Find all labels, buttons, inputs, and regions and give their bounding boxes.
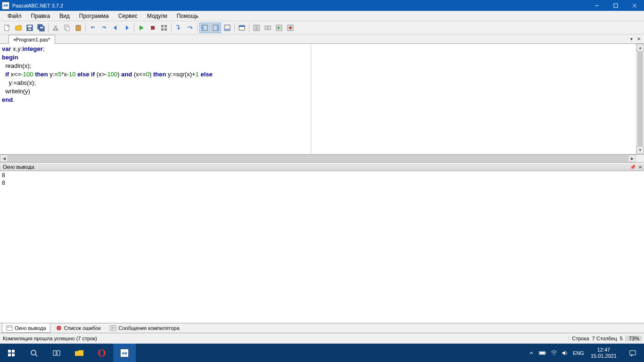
pin-icon[interactable]: 📌 <box>629 163 636 171</box>
save-button[interactable] <box>25 23 35 33</box>
code-content: var x,y:integer; begin readln(x); if x<=… <box>0 44 636 105</box>
svg-rect-63 <box>57 351 60 355</box>
svg-rect-40 <box>254 25 256 31</box>
svg-rect-71 <box>630 351 636 355</box>
svg-point-69 <box>553 354 554 355</box>
open-file-button[interactable] <box>13 23 24 33</box>
panel-toggle-3[interactable] <box>222 23 232 33</box>
menu-edit[interactable]: Правка <box>26 12 55 20</box>
code-editor[interactable]: var x,y:integer; begin readln(x); if x<=… <box>0 44 636 154</box>
svg-rect-67 <box>545 353 546 354</box>
battery-icon[interactable] <box>539 349 546 357</box>
copy-button[interactable] <box>62 23 72 33</box>
minimize-button[interactable] <box>587 0 606 11</box>
close-panel-icon[interactable]: ✕ <box>636 163 644 171</box>
bottom-tab-errors[interactable]: ! Список ошибок <box>51 323 105 333</box>
nav-back-button[interactable] <box>110 23 121 33</box>
undo-button[interactable] <box>88 23 98 33</box>
volume-icon[interactable] <box>561 349 569 357</box>
panel-toggle-2[interactable] <box>211 23 221 33</box>
scroll-up-icon[interactable]: ▲ <box>636 44 644 52</box>
system-tray: ENG 12:47 15.01.2021 <box>528 344 644 362</box>
svg-rect-1 <box>614 4 618 8</box>
tool-b-button[interactable] <box>263 23 273 33</box>
title-bar: AB PascalABC.NET 3.7.2 <box>0 0 644 11</box>
menu-help[interactable]: Помощь <box>172 12 203 20</box>
svg-rect-37 <box>224 29 230 31</box>
clock-time: 12:47 <box>591 347 617 353</box>
tool-d-button[interactable] <box>285 23 296 33</box>
start-button[interactable] <box>0 344 23 362</box>
paste-button[interactable] <box>73 23 83 33</box>
wifi-icon[interactable] <box>550 349 558 357</box>
svg-rect-35 <box>217 25 219 31</box>
tab-dropdown-icon[interactable]: ▾ <box>628 35 635 42</box>
svg-marker-70 <box>562 351 565 355</box>
menu-modules[interactable]: Модули <box>142 12 172 20</box>
svg-rect-58 <box>8 354 11 356</box>
taskbar-app-pascalabc[interactable]: AB <box>113 344 136 362</box>
svg-rect-26 <box>161 25 164 27</box>
editor-tab-strip: •Program1.pas* ▾ ✕ <box>0 34 644 44</box>
taskbar-app-explorer[interactable] <box>68 344 91 362</box>
new-file-button[interactable] <box>2 23 12 33</box>
close-button[interactable] <box>625 0 644 11</box>
bottom-tab-label: Список ошибок <box>64 325 101 331</box>
status-zoom[interactable]: 73% <box>626 336 642 341</box>
language-indicator[interactable]: ENG <box>573 350 584 356</box>
editor-horizontal-scrollbar[interactable]: ◀ ▶ <box>0 155 644 163</box>
redo-button[interactable] <box>99 23 109 33</box>
bottom-tab-compiler[interactable]: Сообщения компилятора <box>106 323 183 333</box>
svg-rect-7 <box>28 25 32 27</box>
svg-marker-30 <box>177 28 180 30</box>
scroll-left-icon[interactable]: ◀ <box>0 155 8 162</box>
compile-button[interactable] <box>159 23 169 33</box>
bottom-tab-label: Сообщения компилятора <box>118 325 179 331</box>
step-over-button[interactable] <box>185 23 195 33</box>
maximize-button[interactable] <box>606 0 625 11</box>
svg-rect-27 <box>165 25 167 27</box>
compiler-tab-icon <box>110 325 116 331</box>
panel-toggle-1[interactable] <box>199 23 210 33</box>
nav-forward-button[interactable] <box>122 23 132 33</box>
search-button[interactable] <box>23 344 45 362</box>
svg-point-60 <box>31 350 36 355</box>
tray-chevron-icon[interactable] <box>528 349 535 357</box>
bottom-tab-strip: Окно вывода ! Список ошибок Сообщения ко… <box>0 323 644 333</box>
toolbar <box>0 21 644 34</box>
status-bar: Компиляция прошла успешно (7 строк) Стро… <box>0 333 644 344</box>
app-icon: AB <box>2 2 9 9</box>
bottom-tab-output[interactable]: Окно вывода <box>2 323 50 333</box>
scroll-down-icon[interactable]: ▼ <box>636 146 644 154</box>
cut-button[interactable] <box>50 23 61 33</box>
menu-bar: Файл Правка Вид Программа Сервис Модули … <box>0 11 644 21</box>
task-view-button[interactable] <box>45 344 68 362</box>
editor-vertical-scrollbar[interactable]: ▲ ▼ <box>636 44 644 154</box>
step-into-button[interactable] <box>173 23 184 33</box>
windows-taskbar: AB ENG 12:47 15.01.2021 <box>0 344 644 362</box>
editor-tab[interactable]: •Program1.pas* <box>8 35 55 44</box>
menu-view[interactable]: Вид <box>55 12 74 20</box>
save-all-button[interactable] <box>36 23 46 33</box>
svg-marker-24 <box>140 25 144 30</box>
taskbar-app-opera[interactable] <box>91 344 113 362</box>
svg-rect-8 <box>28 28 31 30</box>
menu-file[interactable]: Файл <box>3 12 26 20</box>
menu-service[interactable]: Сервис <box>114 12 142 20</box>
editor-split-divider[interactable] <box>311 44 311 154</box>
notifications-button[interactable] <box>623 344 642 362</box>
output-line: 8 <box>2 180 5 186</box>
form-designer-button[interactable] <box>237 23 247 33</box>
svg-rect-39 <box>239 25 245 27</box>
tool-c-button[interactable] <box>274 23 284 33</box>
stop-button[interactable] <box>148 23 158 33</box>
menu-program[interactable]: Программа <box>74 12 114 20</box>
taskbar-clock[interactable]: 12:47 15.01.2021 <box>588 347 619 359</box>
svg-rect-17 <box>66 26 69 31</box>
tab-close-icon[interactable]: ✕ <box>636 35 642 42</box>
output-panel[interactable]: 8 8 <box>0 171 644 323</box>
tool-a-button[interactable] <box>251 23 262 33</box>
scroll-right-icon[interactable]: ▶ <box>628 155 636 162</box>
run-button[interactable] <box>136 23 147 33</box>
svg-rect-29 <box>165 28 167 31</box>
